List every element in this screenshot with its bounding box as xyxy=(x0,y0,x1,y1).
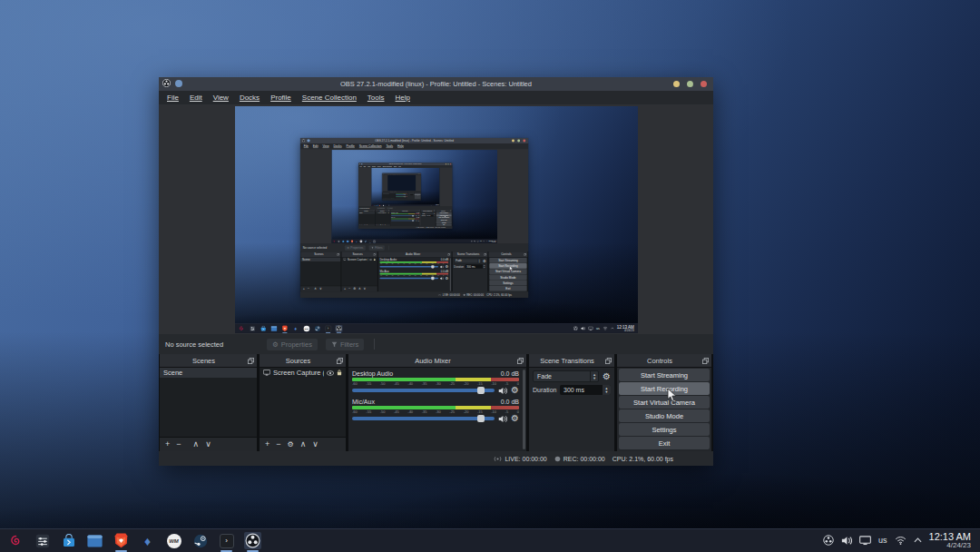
popout-icon[interactable] xyxy=(605,358,612,364)
obs-studio-icon[interactable] xyxy=(244,532,261,549)
popout-icon[interactable] xyxy=(517,358,524,364)
discover-store-icon[interactable] xyxy=(60,532,77,549)
remove-scene-button[interactable]: − xyxy=(176,440,181,448)
lock-icon[interactable] xyxy=(337,370,342,376)
obs-tray-icon[interactable] xyxy=(823,535,834,546)
menu-profile[interactable]: Profile xyxy=(265,94,297,102)
scene-down-button[interactable]: ∨ xyxy=(205,440,211,448)
titlebar[interactable]: OBS 27.2.1-modified (linux) - Profile: U… xyxy=(159,77,713,91)
menu-view[interactable]: View xyxy=(208,94,234,102)
volume-slider[interactable] xyxy=(352,417,495,420)
speaker-icon[interactable] xyxy=(498,415,507,423)
display-tray-icon[interactable] xyxy=(859,536,871,546)
maximize-button xyxy=(447,163,448,163)
tray-expand-icon[interactable] xyxy=(914,537,922,543)
close-button[interactable] xyxy=(701,81,707,87)
source-properties-button: ⚙ xyxy=(353,287,356,290)
add-source-button: + xyxy=(344,287,346,291)
properties-button: ⚙ Properties xyxy=(376,206,384,208)
brave-browser-icon[interactable] xyxy=(113,532,130,549)
start-virtual-camera-button[interactable]: Start Virtual Camera xyxy=(619,396,710,409)
meter-tick: -20 xyxy=(409,213,410,214)
add-scene-button[interactable]: + xyxy=(165,440,170,448)
volume-slider-handle[interactable] xyxy=(477,387,485,394)
menu-tools[interactable]: Tools xyxy=(362,94,390,102)
settings-button[interactable]: Settings xyxy=(619,423,710,436)
menu-file[interactable]: File xyxy=(162,94,184,102)
volume-tray-icon[interactable] xyxy=(841,536,852,546)
mixer-scrollbar[interactable] xyxy=(523,370,525,449)
transitions-dock-header: Scene Transitions xyxy=(420,209,435,212)
debian-launcher-icon[interactable] xyxy=(7,532,24,549)
mixer-channel-desktop-audio: Desktop Audio 0.0 dB -60-55-50-45-40-35-… xyxy=(352,370,519,395)
source-properties-button[interactable]: ⚙ xyxy=(288,441,294,448)
eye-icon[interactable] xyxy=(327,370,334,376)
exit-button[interactable]: Exit xyxy=(619,437,710,449)
mouse-cursor xyxy=(667,389,677,402)
volume-slider-handle[interactable] xyxy=(477,415,485,422)
meter-tick: -45 xyxy=(397,213,398,214)
wifi-icon[interactable] xyxy=(895,536,906,545)
studio-mode-button[interactable]: Studio Mode xyxy=(619,409,710,422)
transition-gear-icon[interactable]: ⚙ xyxy=(603,372,611,381)
menu-docks[interactable]: Docks xyxy=(234,94,265,102)
channel-gear-icon[interactable]: ⚙ xyxy=(511,386,519,395)
menu-help[interactable]: Help xyxy=(390,94,416,102)
clock[interactable]: 12:13 AM 4/24/23 xyxy=(929,531,971,550)
scene-name: Scene xyxy=(163,369,253,377)
source-up-button[interactable]: ∧ xyxy=(300,440,307,448)
menu-scene-collection[interactable]: Scene Collection xyxy=(297,94,362,102)
scene-up-button[interactable]: ∧ xyxy=(193,440,200,448)
konsole-terminal-icon[interactable]: › xyxy=(218,532,235,549)
combo-spinner[interactable]: ▴ ▾ xyxy=(590,371,598,381)
popout-icon[interactable] xyxy=(248,358,254,364)
debian-launcher-icon xyxy=(371,204,372,205)
minimize-button[interactable] xyxy=(673,81,680,87)
add-source-button[interactable]: + xyxy=(265,440,270,448)
preview-area[interactable]: OBS 27.2.1-modified (linux) - Profile: U… xyxy=(159,104,713,334)
scene-list-item[interactable]: Scene xyxy=(160,368,257,378)
maximize-button[interactable] xyxy=(687,81,693,87)
filters-button[interactable]: Filters xyxy=(326,339,364,350)
popout-icon[interactable] xyxy=(337,358,343,364)
start-streaming-button[interactable]: Start Streaming xyxy=(619,369,710,381)
clock-time: 12:13 AM xyxy=(616,324,633,329)
remove-source-button[interactable]: − xyxy=(276,440,280,448)
mixer-dock-header: Audio Mixer xyxy=(395,192,407,192)
wm-app-icon[interactable]: WM xyxy=(165,532,182,549)
source-list-item[interactable]: Screen Capture (X xyxy=(260,368,346,378)
start-recording-button[interactable]: Start Recording xyxy=(619,382,710,395)
mixer-body: Desktop Audio 0.0 dB -60-55-50-45-40-35-… xyxy=(348,368,526,451)
channel-gear-icon[interactable]: ⚙ xyxy=(511,414,519,423)
volume-slider[interactable] xyxy=(352,389,495,392)
toolbar-divider xyxy=(374,339,375,350)
combo-spinner: ▴ ▾ xyxy=(412,192,413,193)
properties-button[interactable]: ⚙ Properties xyxy=(267,339,318,350)
meter-tick: -25 xyxy=(449,381,455,386)
duration-spinner[interactable]: ▴ ▾ xyxy=(603,385,611,395)
audio-mixer-dock: Audio Mixer Desktop Audio 0.0 dB -60-55-… xyxy=(390,209,420,225)
popout-icon[interactable] xyxy=(702,358,709,364)
transitions-body: Fade ▴ ▾ ⚙ Duration 300 ms xyxy=(420,212,435,226)
file-manager-icon[interactable] xyxy=(86,532,103,549)
audio-settings-icon[interactable] xyxy=(34,532,51,549)
keyboard-layout-indicator[interactable]: us xyxy=(878,536,887,545)
menu-edit[interactable]: Edit xyxy=(184,94,208,102)
coral-app-icon[interactable]: ♦︎ xyxy=(139,532,156,549)
meter-tick: 0 xyxy=(447,274,448,276)
source-down-button[interactable]: ∨ xyxy=(312,440,318,448)
meter-tick: -10 xyxy=(436,274,438,276)
source-properties-button: ⚙ xyxy=(379,223,380,224)
status-bar: LIVE: 00:00:00 REC: 00:00:00 CPU: 2.1%, … xyxy=(358,225,451,228)
transition-select[interactable]: Fade ▴ ▾ xyxy=(533,370,599,382)
volume-tray-icon xyxy=(581,326,585,330)
broadcast-icon xyxy=(494,456,502,462)
mixer-dock-title: Audio Mixer xyxy=(395,192,407,192)
lock-icon xyxy=(373,258,375,261)
duration-spinbox[interactable]: 300 ms ▴ ▾ xyxy=(560,385,611,395)
scenes-toolbar: + − ∧ ∨ xyxy=(300,285,340,291)
wallpaper xyxy=(331,149,497,242)
steam-icon[interactable] xyxy=(191,532,209,549)
speaker-icon[interactable] xyxy=(498,387,507,395)
wm-badge: WM xyxy=(167,534,181,548)
